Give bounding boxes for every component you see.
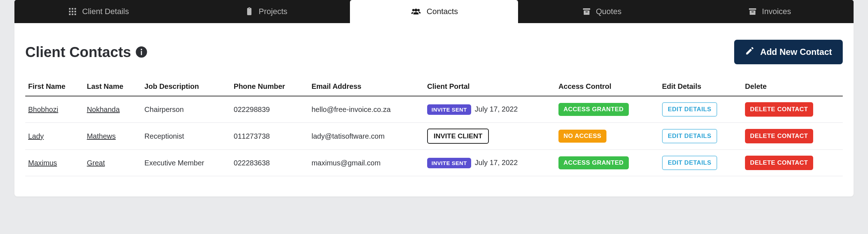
tab-bar: Client Details Projects Contacts Quotes … — [14, 0, 854, 23]
job-description: Executive Member — [141, 150, 231, 176]
access-granted-badge: ACCESS GRANTED — [558, 103, 629, 116]
delete-contact-button[interactable]: DELETE CONTACT — [745, 102, 813, 117]
col-last-name: Last Name — [84, 79, 142, 96]
invite-date: July 17, 2022 — [475, 105, 518, 113]
col-email-address: Email Address — [308, 79, 424, 96]
col-first-name: First Name — [25, 79, 84, 96]
phone-number: 022283638 — [231, 150, 309, 176]
svg-point-2 — [141, 49, 142, 50]
col-phone-number: Phone Number — [231, 79, 309, 96]
last-name-link[interactable]: Mathews — [87, 132, 116, 140]
grid-icon — [68, 7, 77, 16]
edit-details-button[interactable]: EDIT DETAILS — [662, 129, 717, 143]
client-portal-cell: INVITE SENTJuly 17, 2022 — [424, 150, 556, 176]
tab-quotes[interactable]: Quotes — [518, 0, 686, 23]
tab-contacts[interactable]: Contacts — [350, 0, 518, 23]
client-portal-cell: INVITE SENTJuly 17, 2022 — [424, 96, 556, 123]
contacts-table: First Name Last Name Job Description Pho… — [25, 79, 843, 176]
access-control-cell: ACCESS GRANTED — [556, 96, 659, 123]
invite-sent-badge: INVITE SENT — [427, 104, 471, 115]
tab-label: Invoices — [762, 7, 791, 16]
access-granted-badge: ACCESS GRANTED — [558, 156, 629, 169]
table-row: MaximusGreatExecutive Member022283638max… — [25, 150, 843, 176]
delete-contact-button[interactable]: DELETE CONTACT — [745, 156, 813, 170]
tab-client-details[interactable]: Client Details — [14, 0, 182, 23]
tab-invoices[interactable]: Invoices — [686, 0, 854, 23]
job-description: Chairperson — [141, 96, 231, 123]
content-panel: Client Contacts Add New Contact First Na… — [14, 23, 854, 196]
archive-icon — [582, 7, 591, 16]
access-control-cell: ACCESS GRANTED — [556, 150, 659, 176]
first-name-link[interactable]: Maximus — [28, 159, 57, 167]
page-title-text: Client Contacts — [25, 44, 131, 60]
table-row: LadyMathewsReceptionist011273738lady@tat… — [25, 123, 843, 150]
client-portal-cell: INVITE CLIENT — [424, 123, 556, 150]
table-row: BhobhoziNokhandaChairperson022298839hell… — [25, 96, 843, 123]
page-title: Client Contacts — [25, 44, 148, 60]
clipboard-icon — [245, 7, 254, 16]
col-delete: Delete — [742, 79, 843, 96]
add-new-contact-button[interactable]: Add New Contact — [734, 40, 843, 64]
svg-rect-1 — [141, 51, 142, 55]
first-name-link[interactable]: Lady — [28, 132, 44, 140]
edit-details-button[interactable]: EDIT DETAILS — [662, 102, 717, 117]
tab-label: Quotes — [596, 7, 622, 16]
tab-label: Projects — [259, 7, 287, 16]
invite-date: July 17, 2022 — [475, 159, 518, 166]
tab-label: Client Details — [82, 7, 129, 16]
invite-client-button[interactable]: INVITE CLIENT — [427, 129, 489, 144]
phone-number: 011273738 — [231, 123, 309, 150]
info-icon[interactable] — [135, 46, 148, 58]
first-name-link[interactable]: Bhobhozi — [28, 105, 58, 113]
heading-row: Client Contacts Add New Contact — [25, 40, 843, 79]
archive-icon — [748, 7, 757, 16]
table-header-row: First Name Last Name Job Description Pho… — [25, 79, 843, 96]
users-icon — [410, 7, 422, 16]
access-control-cell: NO ACCESS — [556, 123, 659, 150]
add-button-label: Add New Contact — [760, 47, 832, 57]
edit-square-icon — [745, 46, 754, 58]
job-description: Receptionist — [141, 123, 231, 150]
col-client-portal: Client Portal — [424, 79, 556, 96]
col-edit-details: Edit Details — [659, 79, 742, 96]
email-address: hello@free-invoice.co.za — [308, 96, 424, 123]
email-address: maximus@gmail.com — [308, 150, 424, 176]
last-name-link[interactable]: Nokhanda — [87, 105, 120, 113]
phone-number: 022298839 — [231, 96, 309, 123]
invite-sent-badge: INVITE SENT — [427, 158, 471, 168]
email-address: lady@tatisoftware.com — [308, 123, 424, 150]
col-access-control: Access Control — [556, 79, 659, 96]
col-job-description: Job Description — [141, 79, 231, 96]
tab-projects[interactable]: Projects — [182, 0, 350, 23]
no-access-badge: NO ACCESS — [558, 130, 606, 143]
delete-contact-button[interactable]: DELETE CONTACT — [745, 129, 813, 143]
tab-label: Contacts — [427, 7, 458, 16]
client-card: Client Details Projects Contacts Quotes … — [14, 0, 854, 196]
last-name-link[interactable]: Great — [87, 159, 105, 167]
edit-details-button[interactable]: EDIT DETAILS — [662, 156, 717, 170]
